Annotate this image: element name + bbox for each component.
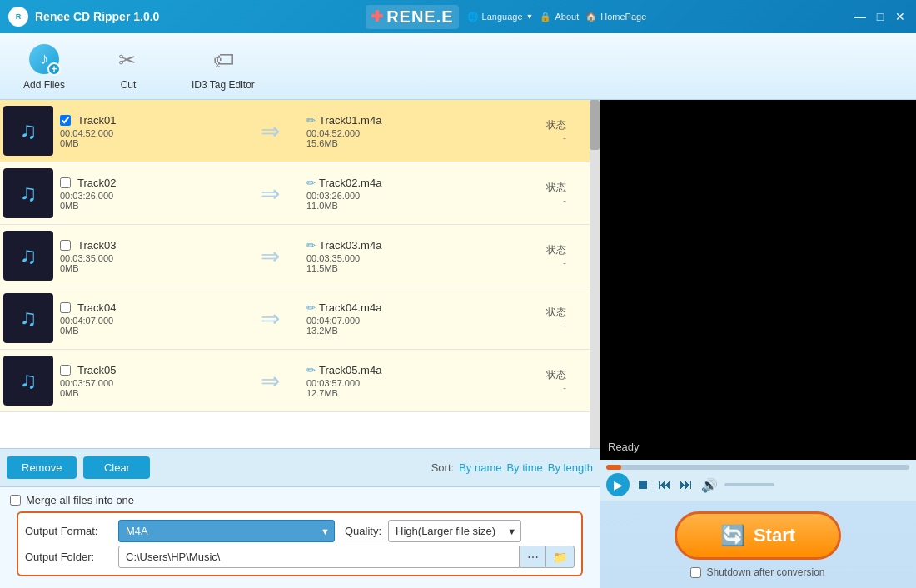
status-value: -: [525, 132, 566, 144]
merge-checkbox[interactable]: [10, 495, 21, 506]
vertical-scrollbar[interactable]: [590, 100, 600, 448]
brand-links: 🌐 Language ▼ 🔒 About 🏠 HomePage: [467, 12, 647, 22]
convert-arrow: ⇒: [236, 305, 303, 332]
id3-tag-icon: 🏷: [207, 42, 240, 76]
track-status-column: 状态 -: [525, 181, 583, 207]
track-name: Track04: [60, 301, 236, 314]
track-duration: 00:04:07.000: [60, 316, 236, 326]
volume-button[interactable]: 🔊: [699, 476, 719, 495]
folder-buttons: ⋯ 📁: [520, 546, 575, 568]
maximize-button[interactable]: □: [873, 9, 888, 24]
brand-cross-icon: ✚: [371, 7, 383, 26]
folder-browse-button[interactable]: ⋯: [520, 546, 545, 568]
track-duration: 00:03:26.000: [60, 191, 236, 201]
edit-icon: ✏: [306, 114, 316, 127]
track-info-right: ✏ Track04.m4a 00:04:07.000 13.2MB: [303, 301, 525, 336]
language-button[interactable]: 🌐 Language ▼: [467, 12, 534, 22]
scrollbar-thumb[interactable]: [590, 100, 600, 150]
track-name: Track05: [60, 364, 236, 376]
track-thumbnail: ♫: [3, 106, 53, 156]
toolbar-id3-tag[interactable]: 🏷 ID3 Tag Editor: [185, 39, 261, 94]
convert-arrow: ⇒: [236, 367, 303, 395]
track-checkbox[interactable]: [60, 365, 71, 376]
quality-select-wrapper: High(Larger file size) Medium Low ▼: [388, 520, 521, 542]
remove-button[interactable]: Remove: [7, 456, 77, 479]
home-icon: 🏠: [585, 12, 597, 22]
format-select[interactable]: M4A MP3 FLAC: [118, 520, 335, 542]
arrow-right-icon: ⇒: [261, 180, 280, 207]
shutdown-row: Shutdown after conversion: [690, 566, 824, 578]
status-value: -: [525, 257, 566, 269]
track-checkbox[interactable]: [60, 302, 71, 313]
track-status-column: 状态 -: [525, 368, 583, 394]
toolbar: ♪ + Add Files ✂ Cut 🏷 ID3 Tag Editor: [0, 33, 916, 100]
cut-icon: ✂: [112, 42, 145, 76]
folder-row: Output Folder: ⋯ 📁: [25, 546, 575, 568]
volume-slider[interactable]: [724, 483, 774, 486]
stop-button[interactable]: ⏹: [635, 476, 651, 494]
play-button[interactable]: ▶: [606, 473, 630, 496]
left-panel: ♫ Track01 00:04:52.000 0MB ⇒ ✏ Track01.m…: [0, 100, 600, 588]
track-row[interactable]: ♫ Track05 00:03:57.000 0MB ⇒ ✏ Track05.m…: [0, 350, 590, 412]
track-row[interactable]: ♫ Track01 00:04:52.000 0MB ⇒ ✏ Track01.m…: [0, 100, 590, 162]
track-output-name: ✏ Track01.m4a: [306, 114, 525, 127]
track-thumbnail: ♫: [3, 168, 53, 218]
shutdown-label: Shutdown after conversion: [706, 566, 824, 578]
controls-row: ▶ ⏹ ⏮ ⏭ 🔊: [606, 473, 909, 496]
track-size-input: 0MB: [60, 326, 236, 336]
track-checkbox[interactable]: [60, 115, 71, 126]
main-content: ♫ Track01 00:04:52.000 0MB ⇒ ✏ Track01.m…: [0, 100, 916, 588]
video-preview-area: Ready: [600, 100, 916, 460]
track-info-right: ✏ Track03.m4a 00:03:35.000 11.5MB: [303, 239, 525, 273]
track-info-left: Track04 00:04:07.000 0MB: [53, 301, 236, 336]
track-output-duration: 00:04:52.000: [306, 128, 525, 138]
status-label: 状态: [525, 118, 566, 132]
track-size-input: 0MB: [60, 138, 236, 148]
status-label: 状态: [525, 306, 566, 320]
close-button[interactable]: ✕: [893, 9, 908, 24]
track-output-name: ✏ Track05.m4a: [306, 364, 525, 376]
track-row[interactable]: ♫ Track03 00:03:35.000 0MB ⇒ ✏ Track03.m…: [0, 225, 590, 287]
track-list: ♫ Track01 00:04:52.000 0MB ⇒ ✏ Track01.m…: [0, 100, 600, 448]
next-button[interactable]: ⏭: [678, 476, 694, 494]
start-button[interactable]: 🔄 Start: [675, 511, 841, 560]
track-status-column: 状态 -: [525, 118, 583, 144]
toolbar-add-files[interactable]: ♪ + Add Files: [17, 39, 72, 94]
homepage-button[interactable]: 🏠 HomePage: [585, 12, 646, 22]
clear-button[interactable]: Clear: [83, 456, 150, 479]
refresh-icon: 🔄: [720, 524, 745, 547]
arrow-right-icon: ⇒: [261, 367, 280, 395]
prev-button[interactable]: ⏮: [656, 476, 673, 494]
track-info-right: ✏ Track01.m4a 00:04:52.000 15.6MB: [303, 114, 525, 148]
toolbar-cut[interactable]: ✂ Cut: [105, 39, 152, 94]
track-checkbox[interactable]: [60, 240, 71, 251]
folder-path-input[interactable]: [118, 546, 520, 568]
track-row[interactable]: ♫ Track04 00:04:07.000 0MB ⇒ ✏ Track04.m…: [0, 287, 590, 350]
track-output-duration: 00:03:35.000: [306, 253, 525, 263]
lock-icon: 🔒: [540, 12, 551, 22]
output-box: Output Format: M4A MP3 FLAC ▼ Quality:: [17, 511, 583, 576]
track-info-left: Track01 00:04:52.000 0MB: [53, 114, 236, 148]
progress-bar-container[interactable]: [606, 465, 909, 470]
progress-bar-fill: [606, 465, 621, 470]
track-checkbox[interactable]: [60, 177, 71, 188]
sort-by-length[interactable]: By length: [548, 461, 593, 474]
brand-logo: ✚ RENE.E: [366, 5, 458, 29]
minimize-button[interactable]: —: [853, 9, 868, 24]
track-row[interactable]: ♫ Track02 00:03:26.000 0MB ⇒ ✏ Track02.m…: [0, 162, 590, 225]
folder-open-button[interactable]: 📁: [545, 546, 575, 568]
edit-icon: ✏: [306, 301, 316, 314]
shutdown-checkbox[interactable]: [690, 567, 701, 578]
quality-select[interactable]: High(Larger file size) Medium Low: [388, 520, 521, 542]
start-label: Start: [754, 525, 795, 546]
music-note-icon: ♫: [20, 180, 37, 207]
window-controls: — □ ✕: [853, 9, 908, 24]
track-output-size: 15.6MB: [306, 138, 525, 148]
track-info-right: ✏ Track02.m4a 00:03:26.000 11.0MB: [303, 177, 525, 211]
about-button[interactable]: 🔒 About: [540, 12, 579, 22]
sort-label: Sort:: [431, 461, 454, 474]
brand-area: ✚ RENE.E 🌐 Language ▼ 🔒 About 🏠 HomePage: [366, 5, 646, 29]
sort-by-name[interactable]: By name: [459, 461, 501, 474]
sort-by-time[interactable]: By time: [506, 461, 542, 474]
titlebar: R Renee CD Ripper 1.0.0 ✚ RENE.E 🌐 Langu…: [0, 0, 916, 33]
